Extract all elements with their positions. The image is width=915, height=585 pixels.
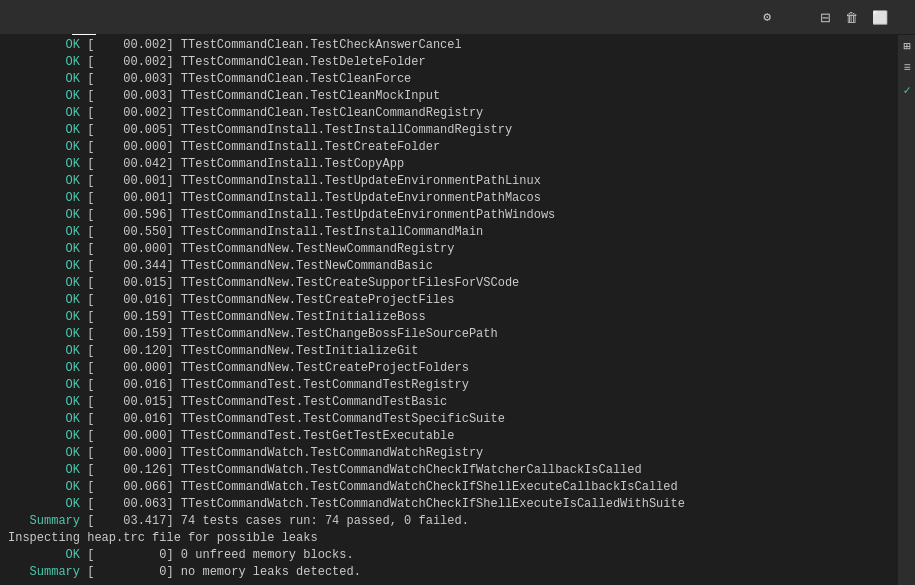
bracket-close: ] (166, 462, 180, 479)
task-label: ⚙ (759, 9, 783, 25)
terminal-line: OK [ 00.000] TTestCommandNew.TestNewComm… (0, 241, 879, 258)
time-value: 00.000 (94, 428, 166, 445)
terminal-line: OK [ 00.159] TTestCommandNew.TestChangeB… (0, 326, 879, 343)
status-ok: OK (66, 37, 80, 54)
terminal-line: OK [ 00.596] TTestCommandInstall.TestUpd… (0, 207, 879, 224)
terminal-line: OK [ 00.015] TTestCommandTest.TestComman… (0, 394, 879, 411)
bracket-close: ] (166, 479, 180, 496)
status-ok: OK (66, 207, 80, 224)
time-value: 0 (94, 564, 166, 581)
bracket-close: ] (166, 88, 180, 105)
bracket-open: [ (80, 139, 94, 156)
terminal-line: OK [ 00.344] TTestCommandNew.TestNewComm… (0, 258, 879, 275)
time-value: 00.126 (94, 462, 166, 479)
bracket-open: [ (80, 88, 94, 105)
status-ok: OK (66, 479, 80, 496)
line-indent (8, 360, 66, 377)
line-indent (8, 394, 66, 411)
test-name: TTestCommandWatch.TestCommandWatchCheckI… (181, 496, 685, 513)
terminal-line: OK [ 00.042] TTestCommandInstall.TestCop… (0, 156, 879, 173)
tab-debug-console[interactable] (48, 0, 72, 35)
status-ok: OK (66, 377, 80, 394)
terminal-line: OK [ 00.001] TTestCommandInstall.TestUpd… (0, 173, 879, 190)
bracket-open: [ (80, 445, 94, 462)
bracket-close: ] (166, 241, 180, 258)
terminal-line: OK [ 00.120] TTestCommandNew.TestInitial… (0, 343, 879, 360)
line-indent (8, 173, 66, 190)
test-name: TTestCommandInstall.TestInstallCommandMa… (181, 224, 483, 241)
terminal-line: OK [ 00.016] TTestCommandTest.TestComman… (0, 377, 879, 394)
bracket-open: [ (80, 564, 94, 581)
side-icon-3[interactable]: ✓ (898, 79, 915, 101)
tab-bar-left (0, 0, 759, 35)
test-name: TTestCommandNew.TestNewCommandBasic (181, 258, 433, 275)
bracket-open: [ (80, 173, 94, 190)
line-indent (8, 241, 66, 258)
terminal-line: OK [ 00.001] TTestCommandInstall.TestUpd… (0, 190, 879, 207)
test-name: TTestCommandNew.TestInitializeGit (181, 343, 419, 360)
bracket-open: [ (80, 343, 94, 360)
bracket-close: ] (166, 292, 180, 309)
bracket-close: ] (166, 190, 180, 207)
side-icon-2[interactable]: ≡ (898, 57, 915, 79)
time-value: 00.016 (94, 292, 166, 309)
line-indent (8, 190, 66, 207)
add-terminal-button[interactable] (787, 14, 797, 20)
status-inspecting: Inspecting (8, 530, 80, 547)
status-ok: OK (66, 241, 80, 258)
time-value: 00.001 (94, 173, 166, 190)
bracket-open: [ (80, 54, 94, 71)
trash-button[interactable]: 🗑 (840, 7, 863, 28)
terminal-line: OK [ 00.550] TTestCommandInstall.TestIns… (0, 224, 879, 241)
status-summary: Summary (30, 513, 80, 530)
test-name: TTestCommandWatch.TestCommandWatchCheckI… (181, 479, 678, 496)
time-value: 00.000 (94, 360, 166, 377)
terminal-line: Summary [ 0] no memory leaks detected. (0, 564, 879, 581)
maximize-button[interactable]: ⬜ (867, 7, 893, 28)
tab-terminal[interactable] (72, 0, 96, 35)
split-terminal-button[interactable]: ⊟ (815, 7, 836, 28)
bracket-close: ] (166, 275, 180, 292)
bracket-open: [ (80, 309, 94, 326)
bracket-close: ] (166, 411, 180, 428)
time-value: 00.016 (94, 377, 166, 394)
summary-text: no memory leaks detected. (181, 564, 361, 581)
status-ok: OK (66, 156, 80, 173)
terminal-line: Summary [ 03.417] 74 tests cases run: 74… (0, 513, 879, 530)
time-value: 00.002 (94, 105, 166, 122)
bracket-close: ] (166, 343, 180, 360)
test-name: TTestCommandTest.TestGetTestExecutable (181, 428, 455, 445)
side-icon-1[interactable]: ⊞ (898, 35, 915, 57)
close-panel-button[interactable] (897, 14, 907, 20)
test-name: TTestCommandInstall.TestUpdateEnvironmen… (181, 190, 541, 207)
test-name: TTestCommandWatch.TestCommandWatchCheckI… (181, 462, 642, 479)
test-name: TTestCommandClean.TestCheckAnswerCancel (181, 37, 462, 54)
chevron-button[interactable] (801, 14, 811, 20)
bracket-open: [ (80, 241, 94, 258)
bracket-open: [ (80, 360, 94, 377)
terminal-content[interactable]: OK [ 00.000] TTestCommandBuild.TestComma… (0, 35, 897, 585)
test-name: TTestCommandClean.TestCleanMockInput (181, 88, 440, 105)
bracket-close: ] (166, 428, 180, 445)
line-indent (8, 54, 66, 71)
gear-icon: ⚙ (763, 9, 771, 25)
line-indent (8, 496, 66, 513)
tab-problems[interactable] (0, 0, 24, 35)
time-value: 00.596 (94, 207, 166, 224)
terminal-line: OK [ 00.000] TTestCommandNew.TestCreateP… (0, 360, 879, 377)
status-ok: OK (66, 88, 80, 105)
time-value: 00.159 (94, 326, 166, 343)
tab-output[interactable] (24, 0, 48, 35)
line-indent (8, 71, 66, 88)
terminal-line: OK [ 00.000] TTestCommandTest.TestGetTes… (0, 428, 879, 445)
bracket-close: ] (166, 547, 180, 564)
bracket-close: ] (166, 105, 180, 122)
bracket-close: ] (166, 258, 180, 275)
status-ok: OK (66, 547, 80, 564)
status-ok: OK (66, 326, 80, 343)
status-ok: OK (66, 275, 80, 292)
tab-bar: ⚙ ⊟ 🗑 ⬜ (0, 0, 915, 35)
bracket-close: ] (166, 139, 180, 156)
status-ok: OK (66, 445, 80, 462)
test-name: TTestCommandClean.TestCleanCommandRegist… (181, 105, 483, 122)
